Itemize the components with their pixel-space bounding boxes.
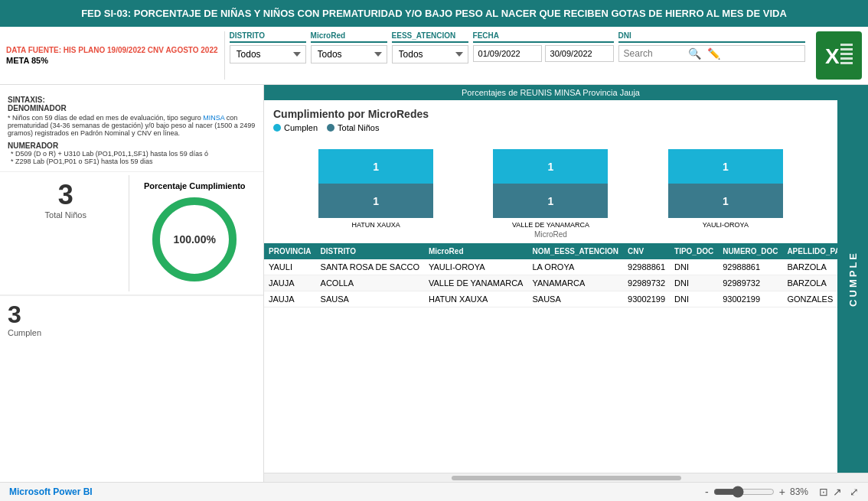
reunis-title-bar: Porcentajes de REUNIS MINSA Provincia Ja… xyxy=(264,85,837,100)
bar-chart: 1 1 HATUN XAUXA 1 1 VALLE DE YANA xyxy=(273,137,828,229)
bar-label-hatun: HATUN XAUXA xyxy=(351,221,400,229)
search-box: 🔍 ✏️ xyxy=(618,45,805,62)
excel-icon: X xyxy=(821,36,857,73)
zoom-minus-button[interactable]: - xyxy=(705,486,709,498)
share-icon[interactable]: ↗ xyxy=(833,486,842,498)
bar-stack-valle: 1 1 xyxy=(493,149,608,218)
data-table-section[interactable]: PROVINCIA DISTRITO MicroRed NOM_EESS_ATE… xyxy=(264,243,837,473)
x-axis-label: MicroRed xyxy=(273,230,828,239)
distrito-label: DISTRITO xyxy=(230,31,306,43)
search-icon[interactable]: 🔍 xyxy=(688,47,701,60)
total-ninos-value: 3 xyxy=(6,181,126,209)
microredes-title: Cumplimiento por MicroRedes xyxy=(273,108,828,120)
bar-yauli: 1 1 YAULI-OROYA xyxy=(668,149,783,229)
bar-cumplen-yauli: 1 xyxy=(668,149,783,184)
cumple-sidebar: CUMPLE xyxy=(837,85,868,473)
legend-total: Total Niños xyxy=(327,123,379,132)
svg-rect-3 xyxy=(840,48,853,50)
compliance-chart-box: Porcentaje Cumplimiento 100.00% xyxy=(129,175,261,291)
bar-stack-yauli: 1 1 xyxy=(668,149,783,218)
cell-distrito-2: ACOLLA xyxy=(316,275,424,291)
bar-label-yauli: YAULI-OROYA xyxy=(703,221,749,229)
eess-filter: EESS_ATENCION Todos xyxy=(392,31,468,80)
cumple-label-box: CUMPLE xyxy=(837,85,868,473)
scroll-bar[interactable] xyxy=(264,473,868,482)
chart-and-table: Porcentajes de REUNIS MINSA Provincia Ja… xyxy=(264,85,837,473)
bar-total-valle: 1 xyxy=(493,184,608,218)
bar-label-valle: VALLE DE YANAMARCA xyxy=(512,221,589,229)
meta-label: META 85% xyxy=(6,56,218,65)
cell-provincia-1: YAULI xyxy=(264,259,316,275)
cell-pat-3: GONZALES xyxy=(782,291,837,307)
th-cnv: CNV xyxy=(623,243,670,259)
th-numero-doc: NUMERO_DOC xyxy=(718,243,782,259)
bar-total-yauli: 1 xyxy=(668,184,783,218)
donut-percentage: 100.00% xyxy=(174,233,216,246)
chart-legend: Cumplen Total Niños xyxy=(273,123,828,132)
numerador-item-2: * Z298 Lab (PO1,P01 o SF1) hasta los 59 … xyxy=(11,158,256,165)
numerador-title: NUMERADOR xyxy=(8,142,256,150)
denominador-text: * Niños con 59 días de edad en mes de ev… xyxy=(8,114,256,137)
cell-microred-1: YAULI-OROYA xyxy=(424,259,528,275)
svg-text:X: X xyxy=(825,44,840,68)
fecha-start-input[interactable] xyxy=(473,45,542,62)
cell-cnv-1: 92988861 xyxy=(623,259,670,275)
expand-icon[interactable]: ⤢ xyxy=(850,486,859,498)
distrito-filter: DISTRITO Todos xyxy=(230,31,306,80)
cell-provincia-3: JAUJA xyxy=(264,291,316,307)
cumplen-row: 3 Cumplen xyxy=(0,295,263,343)
right-panel: Porcentajes de REUNIS MINSA Provincia Ja… xyxy=(264,85,868,482)
left-panel: SINTAXIS: DENOMINADOR * Niños con 59 día… xyxy=(0,85,264,482)
legend-total-dot xyxy=(327,124,334,132)
svg-rect-6 xyxy=(840,62,853,64)
fecha-label: FECHA xyxy=(473,31,614,43)
search-input[interactable] xyxy=(624,48,685,59)
cell-provincia-2: JAUJA xyxy=(264,275,316,291)
microred-filter: MicroRed Todos xyxy=(311,31,387,80)
page-title: FED SI-03: PORCENTAJE DE NIÑAS Y NIÑOS C… xyxy=(0,0,868,27)
fecha-end-input[interactable] xyxy=(545,45,614,62)
cumplen-label: Cumplen xyxy=(8,328,256,337)
data-table: PROVINCIA DISTRITO MicroRed NOM_EESS_ATE… xyxy=(264,243,837,307)
eess-label: EESS_ATENCION xyxy=(392,31,468,43)
scroll-thumb[interactable] xyxy=(452,476,681,480)
cell-distrito-3: SAUSA xyxy=(316,291,424,307)
dni-label: DNI xyxy=(618,31,805,43)
data-source-label: DATA FUENTE: HIS PLANO 19/09/2022 CNV AG… xyxy=(6,46,218,54)
cell-num-2: 92989732 xyxy=(718,275,782,291)
powerbi-link[interactable]: Microsoft Power BI xyxy=(9,486,93,497)
eess-select[interactable]: Todos xyxy=(392,45,468,63)
zoom-slider[interactable] xyxy=(713,486,775,498)
microred-select[interactable]: Todos xyxy=(311,45,387,63)
svg-rect-4 xyxy=(840,53,853,55)
dni-filter: DNI 🔍 ✏️ xyxy=(618,31,805,80)
total-ninos-label: Total Niños xyxy=(6,210,126,220)
stats-row: 3 Total Niños Porcentaje Cumplimiento 10… xyxy=(0,172,263,295)
cell-distrito-1: SANTA ROSA DE SACCO xyxy=(316,259,424,275)
excel-export-button[interactable]: X xyxy=(816,31,862,80)
table-body: YAULI SANTA ROSA DE SACCO YAULI-OROYA LA… xyxy=(264,259,837,307)
zoom-plus-button[interactable]: + xyxy=(779,486,785,498)
cell-pat-2: BARZOLA xyxy=(782,275,837,291)
distrito-select[interactable]: Todos xyxy=(230,45,306,63)
table-row: JAUJA ACOLLA VALLE DE YANAMARCA YANAMARC… xyxy=(264,275,837,291)
th-distrito: DISTRITO xyxy=(316,243,424,259)
edit-icon[interactable]: ✏️ xyxy=(707,47,720,60)
bar-valle: 1 1 VALLE DE YANAMARCA xyxy=(493,149,608,229)
donut-chart: 100.00% xyxy=(148,194,240,285)
total-ninos-box: 3 Total Niños xyxy=(3,175,129,291)
th-tipo-doc: TIPO_DOC xyxy=(670,243,718,259)
cell-eess-2: YANAMARCA xyxy=(527,275,623,291)
denominador-title: DENOMINADOR xyxy=(8,104,256,112)
svg-rect-5 xyxy=(840,57,853,60)
cell-eess-1: LA OROYA xyxy=(527,259,623,275)
sintaxis-title: SINTAXIS: xyxy=(8,96,256,104)
fit-screen-icon[interactable]: ⊡ xyxy=(819,486,828,498)
cell-tipo-2: DNI xyxy=(670,275,718,291)
porcentaje-title: Porcentaje Cumplimiento xyxy=(144,181,246,190)
microred-label: MicroRed xyxy=(311,31,387,43)
cumple-label: CUMPLE xyxy=(847,251,859,307)
cell-microred-2: VALLE DE YANAMARCA xyxy=(424,275,528,291)
cell-eess-3: SAUSA xyxy=(527,291,623,307)
bar-cumplen-valle: 1 xyxy=(493,149,608,184)
